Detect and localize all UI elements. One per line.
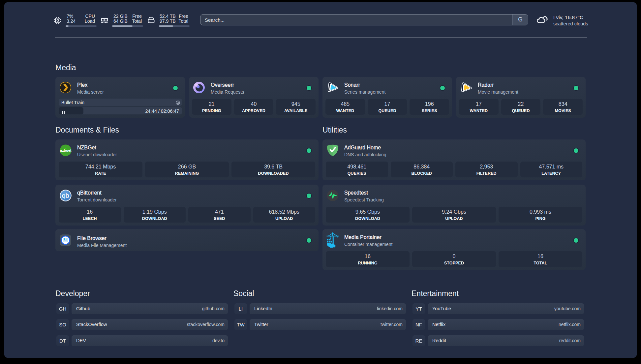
svg-text:qb: qb (62, 192, 69, 199)
svg-text:nzbget: nzbget (60, 148, 72, 152)
